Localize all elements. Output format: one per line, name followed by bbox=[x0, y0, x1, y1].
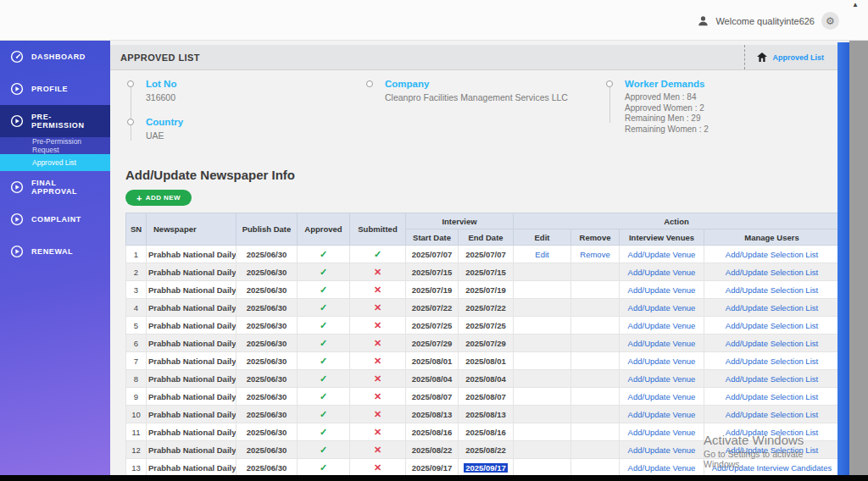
add-update-venue-link[interactable]: Add/Update Venue bbox=[628, 357, 696, 366]
add-update-venue-link[interactable]: Add/Update Venue bbox=[628, 285, 696, 295]
cell-submitted: ✕ bbox=[350, 317, 406, 334]
sidebar-item-pre-permission[interactable]: PRE-PERMISSION bbox=[0, 105, 110, 137]
add-update-venue-link[interactable]: Add/Update Venue bbox=[628, 428, 696, 437]
cell-publish-date: 2025/06/30 bbox=[236, 334, 298, 352]
manage-users-link[interactable]: Add/Update Selection List bbox=[726, 285, 818, 295]
sidebar-item-dashboard[interactable]: DASHBOARD bbox=[0, 41, 110, 73]
manage-users-link[interactable]: Add/Update Selection List bbox=[726, 321, 818, 330]
scroll-up-caret-icon[interactable]: ▲ bbox=[852, 1, 859, 8]
cell-publish-date: 2025/06/30 bbox=[236, 388, 298, 406]
sidebar-subitem-pre-permission-request[interactable]: Pre-Permission Request bbox=[0, 137, 110, 154]
cell-approved: ✓ bbox=[298, 317, 350, 334]
play-icon bbox=[10, 114, 24, 128]
cell-newspaper: Prabhab National Daily bbox=[147, 352, 236, 370]
timeline-dot-icon bbox=[127, 119, 134, 125]
cell-newspaper: Prabhab National Daily bbox=[147, 459, 236, 477]
add-update-venue-link[interactable]: Add/Update Venue bbox=[628, 463, 696, 473]
cross-icon: ✕ bbox=[374, 320, 381, 330]
add-update-venue-link[interactable]: Add/Update Venue bbox=[628, 445, 696, 455]
cell-approved: ✓ bbox=[298, 246, 350, 263]
manage-users-link[interactable]: Add/Update Selection List bbox=[726, 445, 818, 455]
cell-sn: 5 bbox=[126, 317, 147, 334]
col-header-submitted: Submitted bbox=[350, 213, 406, 246]
cell-edit bbox=[514, 317, 571, 334]
sidebar-item-label: PRE-PERMISSION bbox=[31, 113, 100, 130]
play-icon bbox=[10, 180, 24, 194]
cell-edit bbox=[514, 352, 571, 370]
remove-link[interactable]: Remove bbox=[580, 250, 609, 259]
add-update-venue-link[interactable]: Add/Update Venue bbox=[628, 250, 696, 259]
cell-edit bbox=[514, 334, 571, 352]
edit-link[interactable]: Edit bbox=[535, 250, 548, 259]
cell-publish-date: 2025/06/30 bbox=[236, 459, 298, 477]
cell-manage-users: Add/Update Selection List bbox=[704, 423, 840, 441]
breadcrumb[interactable]: Approved List bbox=[744, 45, 837, 69]
cell-submitted: ✕ bbox=[350, 352, 406, 370]
cell-manage-users: Add/Update Selection List bbox=[704, 352, 840, 370]
sidebar-item-label: PROFILE bbox=[31, 85, 68, 93]
cell-start-date: 2025/07/22 bbox=[406, 299, 459, 317]
sidebar-item-renewal[interactable]: RENEWAL bbox=[0, 235, 110, 268]
cell-publish-date: 2025/06/30 bbox=[236, 406, 298, 423]
user-welcome-group: Welcome qualityinte626 ⚙ bbox=[698, 12, 839, 30]
section-title: Add/Update Newspaper Info bbox=[125, 168, 837, 182]
cell-start-date: 2025/07/29 bbox=[406, 334, 459, 352]
sidebar-subitem-approved-list[interactable]: Approved List bbox=[0, 154, 110, 171]
cell-start-date: 2025/09/17 bbox=[406, 459, 459, 477]
cell-submitted: ✕ bbox=[350, 370, 406, 388]
add-update-venue-link[interactable]: Add/Update Venue bbox=[628, 392, 696, 401]
cell-newspaper: Prabhab National Daily bbox=[147, 423, 236, 441]
cell-submitted: ✕ bbox=[350, 281, 406, 299]
breadcrumb-link[interactable]: Approved List bbox=[772, 53, 824, 62]
manage-users-link[interactable]: Add/Update Selection List bbox=[726, 339, 818, 348]
cell-publish-date: 2025/06/30 bbox=[236, 370, 298, 388]
cell-newspaper: Prabhab National Daily bbox=[147, 388, 236, 406]
sidebar-item-complaint[interactable]: COMPLAINT bbox=[0, 203, 110, 235]
cell-newspaper: Prabhab National Daily bbox=[147, 263, 236, 281]
add-update-venue-link[interactable]: Add/Update Venue bbox=[628, 410, 696, 419]
manage-users-link[interactable]: Add/Update Selection List bbox=[726, 374, 818, 384]
add-update-venue-link[interactable]: Add/Update Venue bbox=[628, 321, 696, 330]
check-icon: ✓ bbox=[320, 445, 327, 455]
table-row: 5Prabhab National Daily2025/06/30✓✕2025/… bbox=[126, 317, 840, 334]
cell-newspaper: Prabhab National Daily bbox=[147, 281, 236, 299]
manage-users-link[interactable]: Add/Update Selection List bbox=[726, 410, 818, 419]
add-new-label: ADD NEW bbox=[146, 194, 181, 202]
cell-start-date: 2025/08/01 bbox=[406, 352, 459, 370]
add-new-button[interactable]: + ADD NEW bbox=[125, 190, 192, 206]
sidebar-item-profile[interactable]: PROFILE bbox=[0, 73, 110, 105]
manage-users-link[interactable]: Add/Update Selection List bbox=[726, 392, 818, 401]
manage-users-link[interactable]: Add/Update Selection List bbox=[726, 357, 818, 366]
gear-icon[interactable]: ⚙ bbox=[821, 12, 839, 30]
table-row: 10Prabhab National Daily2025/06/30✓✕2025… bbox=[126, 406, 840, 423]
page-header: APPROVED LIST Approved List bbox=[110, 45, 837, 70]
manage-users-link[interactable]: Add/Update Selection List bbox=[726, 250, 818, 259]
vertical-scrollbar[interactable] bbox=[837, 42, 849, 481]
timeline-dot-icon bbox=[127, 80, 134, 87]
add-update-venue-link[interactable]: Add/Update Venue bbox=[628, 303, 696, 312]
check-icon: ✓ bbox=[320, 320, 327, 330]
manage-users-link[interactable]: Add/Update Selection List bbox=[726, 428, 818, 437]
cell-approved: ✓ bbox=[298, 263, 350, 281]
check-icon: ✓ bbox=[320, 338, 327, 348]
cross-icon: ✕ bbox=[374, 302, 381, 312]
info-column-company: Company Cleanpro Facilities Management S… bbox=[366, 79, 568, 102]
manage-users-link[interactable]: Add/Update Selection List bbox=[726, 303, 818, 312]
cell-publish-date: 2025/06/30 bbox=[236, 317, 298, 334]
sidebar-item-final-approval[interactable]: FINAL APPROVAL bbox=[0, 171, 110, 203]
manage-users-link[interactable]: Add/Update Selection List bbox=[726, 268, 818, 277]
table-row: 6Prabhab National Daily2025/06/30✓✕2025/… bbox=[126, 334, 840, 352]
lot-no-value: 316600 bbox=[146, 92, 183, 102]
add-update-venue-link[interactable]: Add/Update Venue bbox=[628, 374, 696, 384]
cross-icon: ✕ bbox=[374, 409, 381, 419]
cell-edit bbox=[514, 281, 571, 299]
manage-users-link[interactable]: Add/Update Interview Candidates bbox=[712, 463, 832, 473]
check-icon: ✓ bbox=[320, 285, 327, 295]
group-header-interview: Interview bbox=[406, 213, 514, 229]
add-update-venue-link[interactable]: Add/Update Venue bbox=[628, 268, 696, 277]
cell-remove bbox=[571, 370, 620, 388]
newspaper-table: SN Newspaper Publish Date Approved Submi… bbox=[125, 213, 840, 481]
home-icon[interactable] bbox=[757, 50, 767, 65]
cell-newspaper: Prabhab National Daily bbox=[147, 406, 236, 423]
add-update-venue-link[interactable]: Add/Update Venue bbox=[628, 339, 696, 348]
